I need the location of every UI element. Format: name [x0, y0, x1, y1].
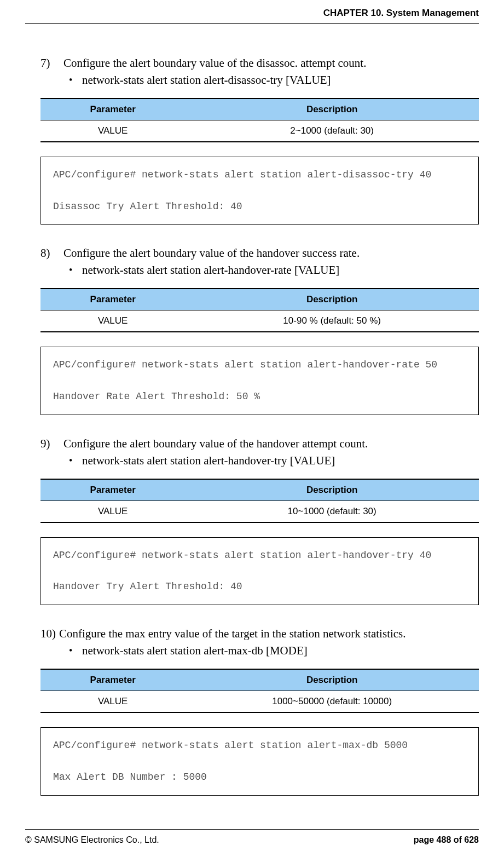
step-text: Configure the max entry value of the tar…: [59, 627, 479, 641]
copyright-text: © SAMSUNG Electronics Co., Ltd.: [25, 835, 159, 845]
table-cell-description: 2~1000 (default: 30): [185, 120, 479, 142]
table-header-parameter: Parameter: [40, 99, 185, 120]
step-line: 10) Configure the max entry value of the…: [40, 627, 479, 641]
step-text: Configure the alert boundary value of th…: [63, 246, 479, 260]
page-header: CHAPTER 10. System Management: [25, 0, 479, 24]
bullet-text: network-stats alert station alert-disass…: [82, 73, 331, 87]
parameter-table: Parameter Description VALUE 10-90 % (def…: [40, 288, 479, 332]
parameter-table: Parameter Description VALUE 1000~50000 (…: [40, 669, 479, 713]
table-header-parameter: Parameter: [40, 479, 185, 501]
step-line: 8) Configure the alert boundary value of…: [40, 246, 479, 260]
code-example: APC/configure# network-stats alert stati…: [40, 537, 479, 605]
table-cell-parameter: VALUE: [40, 310, 185, 332]
table-header-parameter: Parameter: [40, 289, 185, 310]
main-content: 7) Configure the alert boundary value of…: [25, 24, 479, 796]
step-number: 7): [40, 56, 63, 70]
step-number: 9): [40, 437, 63, 451]
step-line: 9) Configure the alert boundary value of…: [40, 437, 479, 451]
bullet-line: • network-stats alert station alert-max-…: [40, 644, 479, 658]
table-cell-parameter: VALUE: [40, 120, 185, 142]
table-header-parameter: Parameter: [40, 669, 185, 691]
step-section: 9) Configure the alert boundary value of…: [40, 437, 479, 605]
table-cell-parameter: VALUE: [40, 501, 185, 522]
page-number: page 488 of 628: [414, 835, 479, 845]
bullet-icon: •: [69, 263, 82, 277]
step-section: 7) Configure the alert boundary value of…: [40, 56, 479, 225]
bullet-icon: •: [69, 454, 82, 468]
table-header-description: Description: [185, 669, 479, 691]
step-line: 7) Configure the alert boundary value of…: [40, 56, 479, 70]
code-example: APC/configure# network-stats alert stati…: [40, 347, 479, 415]
table-cell-description: 10-90 % (default: 50 %): [185, 310, 479, 332]
code-example: APC/configure# network-stats alert stati…: [40, 727, 479, 795]
table-cell-description: 1000~50000 (default: 10000): [185, 691, 479, 713]
table-cell-parameter: VALUE: [40, 691, 185, 713]
table-header-description: Description: [185, 479, 479, 501]
code-example: APC/configure# network-stats alert stati…: [40, 157, 479, 225]
step-number: 8): [40, 246, 63, 260]
page-footer: © SAMSUNG Electronics Co., Ltd. page 488…: [25, 829, 479, 845]
bullet-icon: •: [69, 73, 82, 87]
step-text: Configure the alert boundary value of th…: [63, 56, 479, 70]
bullet-line: • network-stats alert station alert-hand…: [40, 263, 479, 277]
bullet-text: network-stats alert station alert-handov…: [82, 454, 335, 468]
parameter-table: Parameter Description VALUE 2~1000 (defa…: [40, 98, 479, 142]
table-header-description: Description: [185, 289, 479, 310]
table-cell-description: 10~1000 (default: 30): [185, 501, 479, 522]
step-number: 10): [40, 627, 59, 641]
bullet-line: • network-stats alert station alert-disa…: [40, 73, 479, 87]
parameter-table: Parameter Description VALUE 10~1000 (def…: [40, 479, 479, 523]
step-section: 8) Configure the alert boundary value of…: [40, 246, 479, 415]
bullet-text: network-stats alert station alert-max-db…: [82, 644, 308, 658]
bullet-line: • network-stats alert station alert-hand…: [40, 454, 479, 468]
step-text: Configure the alert boundary value of th…: [63, 437, 479, 451]
bullet-icon: •: [69, 644, 82, 658]
table-header-description: Description: [185, 99, 479, 120]
bullet-text: network-stats alert station alert-handov…: [82, 263, 339, 277]
step-section: 10) Configure the max entry value of the…: [40, 627, 479, 795]
